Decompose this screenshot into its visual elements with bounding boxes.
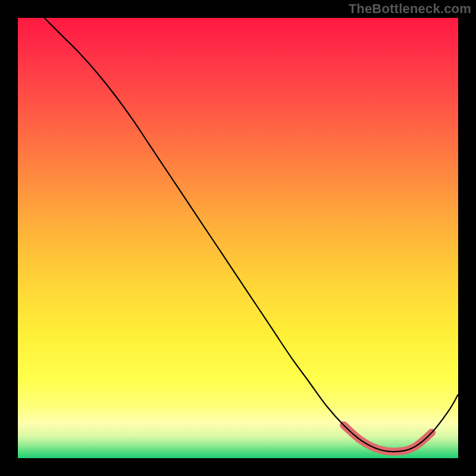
gradient-background	[18, 18, 458, 458]
watermark-text: TheBottleneck.com	[349, 1, 471, 17]
bottleneck-chart	[0, 0, 476, 476]
